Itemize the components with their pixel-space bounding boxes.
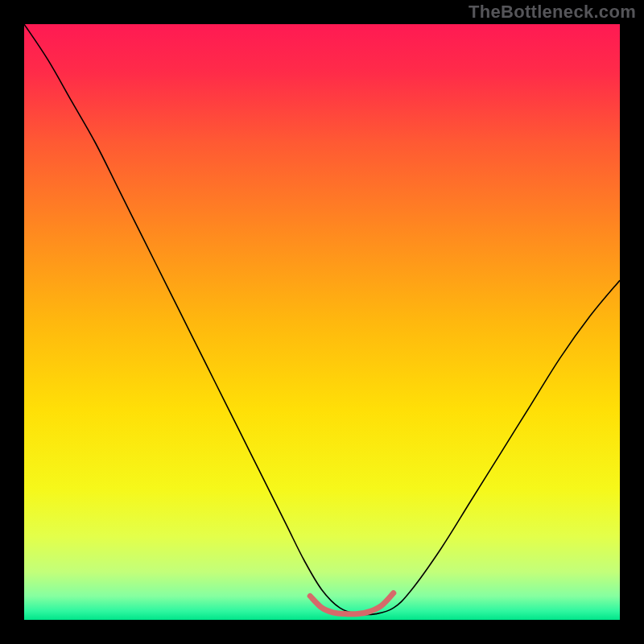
series-bottleneck-curve bbox=[24, 24, 620, 615]
series-optimal-band-marker bbox=[310, 593, 394, 614]
chart-frame: TheBottleneck.com bbox=[0, 0, 644, 644]
plot-area bbox=[24, 24, 620, 620]
curve-layer bbox=[24, 24, 620, 620]
watermark-text: TheBottleneck.com bbox=[469, 2, 636, 23]
